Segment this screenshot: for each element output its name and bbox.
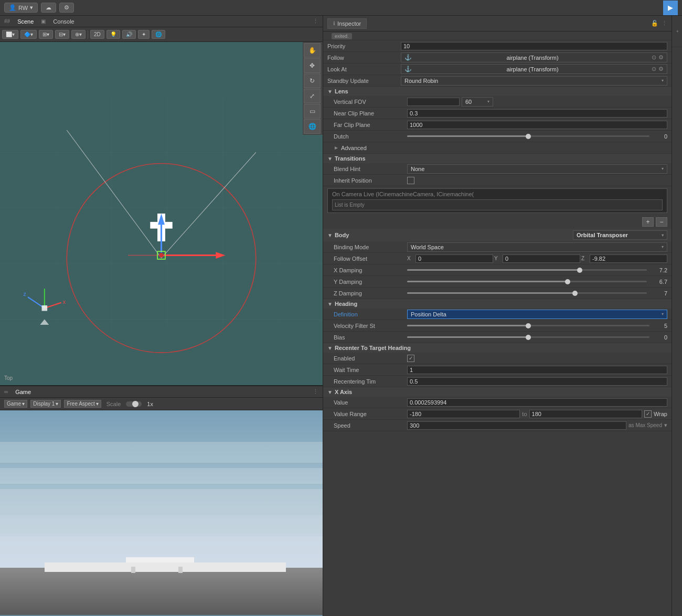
- blend-hint-dropdown[interactable]: None ▾: [407, 164, 667, 174]
- x-damping-fill: [407, 269, 580, 271]
- scale-tool-button[interactable]: ⤢: [304, 89, 321, 103]
- rect-tool-button[interactable]: ▭: [304, 104, 321, 119]
- fo-y-input[interactable]: [503, 254, 580, 263]
- fo-x-input[interactable]: [415, 254, 493, 263]
- enabled-checkbox[interactable]: ✓: [407, 355, 414, 362]
- main-layout: ## Scene ▣ Console ⋮ ⬜▾ 🔷▾ ⊞▾ ⊟▾ ⊕▾ 2D 💡…: [0, 16, 682, 616]
- aspect-dropdown[interactable]: Free Aspect ▾: [64, 400, 101, 408]
- lock-icon[interactable]: 🔓: [651, 20, 658, 27]
- standby-dropdown-arrow: ▾: [662, 78, 664, 83]
- custom-tool-button[interactable]: 🌐: [304, 119, 321, 134]
- dutch-slider-track[interactable]: [407, 135, 649, 137]
- body-toggle: ▼: [327, 232, 333, 238]
- game-viewport[interactable]: [0, 410, 323, 616]
- gear-icon[interactable]: ⚙: [658, 54, 664, 61]
- x-damping-thumb: [577, 268, 582, 273]
- target-icon[interactable]: ⊙: [652, 54, 656, 61]
- panel-menu-icon[interactable]: ⋮: [313, 18, 318, 25]
- inherit-pos-checkbox[interactable]: [407, 177, 414, 184]
- wrap-checkbox[interactable]: ✓: [644, 410, 652, 418]
- value-row: Value: [323, 397, 672, 408]
- vel-filter-track[interactable]: [407, 325, 649, 326]
- user-menu-button[interactable]: 👤 RW ▾: [4, 3, 38, 13]
- inspector-tab[interactable]: ℹ Inspector: [327, 18, 367, 29]
- lens-toggle: ▼: [327, 89, 333, 94]
- definition-dropdown[interactable]: Position Delta ▾: [407, 310, 667, 319]
- display-dropdown[interactable]: Display 1 ▾: [30, 400, 61, 408]
- scene-extra-button[interactable]: 🌐: [152, 30, 165, 39]
- advanced-row[interactable]: ► Advanced: [323, 142, 672, 154]
- tab-scene[interactable]: Scene: [14, 17, 37, 26]
- target-icon2[interactable]: ⊙: [652, 66, 656, 72]
- event-box: On Camera Live (ICinemachineCamera, ICin…: [327, 188, 667, 213]
- audio-button[interactable]: 🔊: [122, 30, 136, 39]
- exited-row: exited.: [323, 31, 672, 40]
- vel-filter-fill: [407, 325, 528, 326]
- vfov-input[interactable]: [407, 98, 460, 106]
- priority-row: Priority: [323, 40, 672, 52]
- tab-game[interactable]: Game: [12, 388, 34, 396]
- priority-input[interactable]: [401, 42, 667, 50]
- right-panel: ℹ Inspector 🔓 ⋮ exited. Priority Follow: [323, 16, 672, 616]
- game-menu-icon[interactable]: ⋮: [313, 388, 318, 395]
- move-tool-button[interactable]: ✥: [304, 58, 321, 73]
- vr-max-input[interactable]: [529, 410, 642, 418]
- scene-viewport[interactable]: z x Top: [0, 42, 323, 385]
- render-toggle-button[interactable]: 🔷▾: [20, 30, 37, 39]
- fo-z-input[interactable]: [590, 254, 667, 263]
- recenter-time-input[interactable]: [407, 377, 667, 386]
- standby-update-dropdown[interactable]: Round Robin ▾: [401, 76, 667, 86]
- x-damping-track[interactable]: [407, 269, 647, 271]
- play-button[interactable]: ▶: [663, 1, 678, 15]
- 2d-button[interactable]: 2D: [90, 30, 104, 39]
- z-damping-slider-row: 7: [407, 290, 667, 296]
- settings-button[interactable]: ⚙: [59, 3, 74, 13]
- standby-update-value: Round Robin: [404, 78, 438, 84]
- light-button[interactable]: 💡: [106, 30, 120, 39]
- vert-tab-add[interactable]: +: [672, 16, 682, 47]
- cloud-button[interactable]: ☁: [41, 3, 56, 13]
- add-remove-row: + −: [323, 215, 672, 229]
- lens-section[interactable]: ▼ Lens: [323, 87, 672, 96]
- transitions-section[interactable]: ▼ Transitions: [323, 154, 672, 163]
- fx-button[interactable]: ✦: [138, 30, 150, 39]
- game-panel-header: ∞ Game ⋮: [0, 386, 323, 398]
- recenter-section[interactable]: ▼ Recenter To Target Heading: [323, 343, 672, 353]
- heading-section[interactable]: ▼ Heading: [323, 299, 672, 309]
- hand-tool-button[interactable]: ✋: [304, 43, 321, 58]
- vr-min-input[interactable]: [407, 410, 520, 418]
- grid-button[interactable]: ⊟▾: [55, 30, 69, 39]
- gear-icon2[interactable]: ⚙: [658, 66, 664, 72]
- vel-filter-slider-row: 5: [407, 323, 667, 329]
- x-axis-section[interactable]: ▼ X Axis: [323, 387, 672, 397]
- remove-event-button[interactable]: −: [656, 217, 667, 227]
- game-mode-dropdown[interactable]: Game ▾: [4, 400, 27, 408]
- near-clip-input[interactable]: [407, 109, 667, 118]
- layout-button[interactable]: ⊞▾: [39, 30, 53, 39]
- tab-console[interactable]: Console: [50, 17, 77, 26]
- x-damping-label: X Damping: [334, 267, 407, 273]
- binding-mode-dropdown[interactable]: World Space ▾: [407, 242, 667, 252]
- wait-time-input[interactable]: [407, 366, 667, 374]
- y-damping-track[interactable]: [407, 281, 647, 282]
- rotate-tool-button[interactable]: ↻: [304, 73, 321, 88]
- x-axis-toggle: ▼: [327, 389, 333, 395]
- svg-rect-31: [0, 468, 323, 484]
- scale-slider[interactable]: [126, 401, 142, 407]
- body-section[interactable]: ▼ Body Orbital Transposer ▾: [323, 229, 672, 241]
- bias-track[interactable]: [407, 336, 649, 338]
- add-event-button[interactable]: +: [642, 217, 654, 227]
- scene-tools-sidebar: ✋ ✥ ↻ ⤢ ▭ 🌐: [303, 42, 323, 135]
- speed-input[interactable]: [407, 421, 626, 430]
- z-label: Z: [581, 256, 589, 261]
- vfov-unit-dropdown[interactable]: 60 ▾: [462, 97, 493, 107]
- value-input[interactable]: [407, 398, 667, 407]
- inspector-menu-icon[interactable]: ⋮: [662, 20, 667, 27]
- pivot-button[interactable]: ⊕▾: [71, 30, 86, 39]
- body-type-dropdown[interactable]: Orbital Transposer ▾: [573, 230, 667, 240]
- speed-dropdown-arrow[interactable]: ▾: [664, 422, 667, 429]
- dutch-slider-thumb: [526, 134, 531, 139]
- transform-toggle-button[interactable]: ⬜▾: [2, 30, 18, 39]
- z-damping-track[interactable]: [407, 292, 647, 294]
- far-clip-input[interactable]: [407, 121, 667, 129]
